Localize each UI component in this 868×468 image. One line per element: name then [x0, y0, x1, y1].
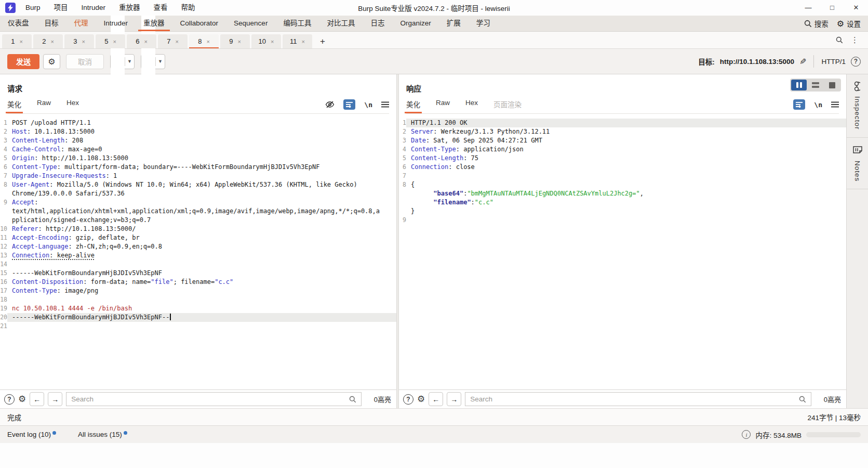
editor-line[interactable]: 5Origin: http://10.1.108.13:5000: [0, 154, 396, 163]
request-view-tab-美化[interactable]: 美化: [7, 99, 21, 113]
response-view-tab-页面渲染[interactable]: 页面渲染: [493, 99, 522, 113]
newline-toggle-icon[interactable]: \n: [364, 101, 372, 109]
editor-line[interactable]: 9Accept: text/html,application/xhtml+xml…: [0, 198, 396, 225]
editor-line[interactable]: 2Server: Werkzeug/3.1.3 Python/3.12.11: [399, 127, 846, 136]
chevron-down-icon[interactable]: ▼: [125, 59, 134, 64]
search-next-button[interactable]: →: [447, 392, 461, 406]
editor-line[interactable]: 7Upgrade-Insecure-Requests: 1: [0, 172, 396, 180]
tab-search-icon[interactable]: [836, 36, 843, 44]
main-tab-对比工具[interactable]: 对比工具: [319, 16, 363, 31]
help-icon[interactable]: ?: [403, 394, 413, 405]
add-tab-button[interactable]: +: [314, 34, 331, 48]
response-view-tab-Raw[interactable]: Raw: [436, 99, 450, 113]
cancel-button[interactable]: 取消: [66, 54, 104, 69]
menu-item-burp[interactable]: Burp: [19, 0, 47, 16]
editor-line[interactable]: 16Content-Disposition: form-data; name="…: [0, 278, 396, 287]
search-input[interactable]: Search: [465, 392, 811, 406]
editor-line[interactable]: 21: [0, 322, 396, 331]
menu-item-项目[interactable]: 项目: [47, 0, 75, 16]
edit-pencil-icon[interactable]: ✎: [799, 57, 806, 67]
editor-line[interactable]: 15------WebKitFormBoundarymHjBJDIv5Vh3Ep…: [0, 269, 396, 278]
http-version-select[interactable]: HTTP/1: [821, 58, 846, 66]
editor-line[interactable]: 8User-Agent: Mozilla/5.0 (Windows NT 10.…: [0, 180, 396, 198]
repeater-tab-7[interactable]: 7×: [158, 34, 188, 48]
main-tab-学习[interactable]: 学习: [469, 16, 498, 31]
editor-line[interactable]: 17Content-Type: image/png: [0, 287, 396, 295]
notes-toggle[interactable]: Notes: [853, 145, 862, 181]
repeater-tab-2[interactable]: 2×: [33, 34, 63, 48]
main-tab-Sequencer[interactable]: Sequencer: [226, 16, 275, 31]
chevron-down-icon[interactable]: ▼: [156, 59, 165, 64]
close-tab-icon[interactable]: ×: [19, 38, 22, 45]
close-tab-icon[interactable]: ×: [302, 38, 305, 45]
search-settings-gear-icon[interactable]: ⚙: [18, 394, 26, 405]
menu-item-重放器[interactable]: 重放器: [112, 0, 147, 16]
search-next-button[interactable]: →: [48, 392, 62, 406]
request-view-tab-Hex[interactable]: Hex: [66, 99, 79, 113]
main-tab-目标[interactable]: 目标: [37, 16, 66, 31]
close-button[interactable]: ✕: [844, 0, 868, 16]
editor-line[interactable]: 1HTTP/1.1 200 OK: [399, 119, 846, 127]
menu-item-帮助[interactable]: 帮助: [175, 0, 202, 16]
repeater-tab-6[interactable]: 6×: [127, 34, 156, 48]
main-tab-仪表盘[interactable]: 仪表盘: [0, 16, 37, 31]
close-tab-icon[interactable]: ×: [82, 38, 85, 45]
editor-line[interactable]: 5Content-Length: 75: [399, 154, 846, 163]
search-prev-button[interactable]: ←: [30, 392, 44, 406]
repeater-tab-9[interactable]: 9×: [220, 34, 250, 48]
close-tab-icon[interactable]: ×: [175, 38, 178, 45]
close-tab-icon[interactable]: ×: [50, 38, 54, 45]
editor-line[interactable]: 3Content-Length: 208: [0, 136, 396, 145]
send-button[interactable]: 发送: [7, 54, 39, 69]
editor-line[interactable]: 6Connection: close: [399, 163, 846, 172]
main-tab-日志[interactable]: 日志: [363, 16, 392, 31]
request-editor[interactable]: 1POST /upload HTTP/1.12Host: 10.1.108.13…: [0, 114, 396, 389]
newline-toggle-icon[interactable]: \n: [814, 101, 822, 109]
editor-line[interactable]: 6Content-Type: multipart/form-data; boun…: [0, 163, 396, 172]
editor-line[interactable]: 2Host: 10.1.108.13:5000: [0, 127, 396, 136]
settings-button[interactable]: ⚙ 设置: [837, 18, 861, 29]
close-tab-icon[interactable]: ×: [237, 38, 241, 45]
main-tab-Organizer[interactable]: Organizer: [392, 16, 438, 31]
main-tab-编码工具[interactable]: 编码工具: [275, 16, 319, 31]
editor-line[interactable]: 20------WebKitFormBoundarymHjBJDIv5Vh3Ep…: [0, 313, 396, 322]
close-tab-icon[interactable]: ×: [144, 38, 147, 45]
layout-single-button[interactable]: [824, 80, 840, 90]
repeater-tab-11[interactable]: 11×: [283, 34, 312, 48]
close-tab-icon[interactable]: ×: [206, 38, 209, 45]
main-tab-Intruder[interactable]: Intruder: [96, 16, 136, 31]
hamburger-menu-icon[interactable]: [831, 101, 839, 108]
editor-line[interactable]: 10Referer: http://10.1.108.13:5000/: [0, 225, 396, 233]
menu-item-查看[interactable]: 查看: [147, 0, 175, 16]
repeater-tab-8[interactable]: 8×: [189, 34, 219, 48]
help-icon[interactable]: ?: [4, 394, 15, 405]
global-search-button[interactable]: 搜索: [804, 18, 829, 29]
editor-line[interactable]: 18: [0, 295, 396, 304]
main-tab-重放器[interactable]: 重放器: [136, 16, 172, 31]
prettify-icon[interactable]: [343, 99, 355, 110]
hide-eye-icon[interactable]: [325, 100, 335, 109]
search-input[interactable]: Search: [66, 392, 362, 406]
help-icon[interactable]: ?: [851, 57, 861, 67]
all-issues-button[interactable]: All issues (15): [78, 431, 127, 438]
next-request-button[interactable]: > ▼: [141, 54, 165, 69]
send-settings-button[interactable]: ⚙: [43, 54, 60, 69]
close-tab-icon[interactable]: ×: [271, 38, 274, 45]
hamburger-menu-icon[interactable]: [381, 101, 389, 108]
response-editor[interactable]: 1HTTP/1.1 200 OK2Server: Werkzeug/3.1.3 …: [399, 114, 846, 389]
minimize-button[interactable]: —: [796, 0, 820, 16]
response-view-tab-美化[interactable]: 美化: [406, 99, 420, 113]
repeater-tab-3[interactable]: 3×: [64, 34, 94, 48]
editor-line[interactable]: 7: [399, 172, 846, 180]
prettify-icon[interactable]: [793, 99, 805, 110]
layout-rows-button[interactable]: [808, 80, 823, 90]
prev-request-button[interactable]: < ▼: [110, 54, 135, 69]
search-prev-button[interactable]: ←: [429, 392, 443, 406]
menu-item-intruder[interactable]: Intruder: [75, 0, 113, 16]
close-tab-icon[interactable]: ×: [113, 38, 116, 45]
repeater-tab-1[interactable]: 1×: [2, 34, 32, 48]
layout-columns-button[interactable]: [791, 80, 807, 90]
editor-line[interactable]: 11Accept-Encoding: gzip, deflate, br: [0, 233, 396, 242]
event-log-button[interactable]: Event log (10): [7, 431, 56, 438]
request-view-tab-Raw[interactable]: Raw: [37, 99, 51, 113]
